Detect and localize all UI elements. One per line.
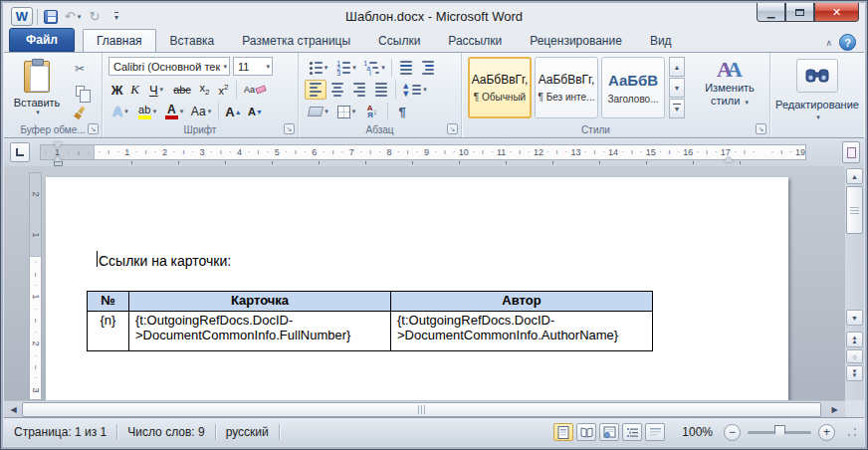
style-card-2[interactable]: АаБбВЗаголово... <box>601 57 665 118</box>
select-browse-object-button[interactable]: ○ <box>846 349 863 363</box>
zoom-percentage[interactable]: 100% <box>682 425 713 439</box>
justify-button[interactable] <box>370 80 392 100</box>
styles-more-button[interactable]: ▼ <box>669 99 685 118</box>
table-header-2[interactable]: Автор <box>391 292 653 312</box>
style-card-0[interactable]: АаБбВвГг,¶ Обычный <box>468 57 532 118</box>
highlight-button[interactable]: ab▾ <box>133 102 161 121</box>
horizontal-ruler[interactable]: ·1·ı· ·ı·1·ı·2·ı·3·ı·4·ı·5·ı·6·ı·7·ı·8·ı… <box>40 144 806 160</box>
tab-insert[interactable]: Вставка <box>156 29 229 52</box>
decrease-indent-button[interactable] <box>395 58 417 78</box>
shading-button[interactable]: ▾ <box>305 102 332 121</box>
change-case-button[interactable]: Аа▾ <box>187 102 215 121</box>
vertical-scroll-thumb[interactable] <box>846 186 863 234</box>
web-layout-view-button[interactable] <box>599 423 619 441</box>
document-page[interactable]: Ссылки на карточки: №КарточкаАвтор {n}{t… <box>46 177 788 400</box>
maximize-button[interactable] <box>785 3 814 22</box>
font-size-combo[interactable]: 11▾ <box>233 57 273 76</box>
draft-view-button[interactable] <box>645 423 665 441</box>
paragraph-separator3 <box>387 103 388 120</box>
multilevel-list-button[interactable]: 1ai▾ <box>360 58 388 78</box>
paste-button[interactable]: Вставить ▾ <box>10 57 64 132</box>
page-indicator[interactable]: Страница: 1 из 1 <box>4 418 116 446</box>
resize-grip[interactable] <box>846 426 858 438</box>
styles-scroll-down-button[interactable]: ▼ <box>669 78 685 98</box>
outline-view-button[interactable] <box>622 423 642 441</box>
find-button[interactable] <box>796 59 838 93</box>
horizontal-scrollbar[interactable]: ◀ ▶ <box>4 400 845 418</box>
change-styles-button[interactable]: АА Изменитьстили ▾ <box>693 57 766 134</box>
format-painter-button[interactable] <box>68 103 92 122</box>
strikethrough-button[interactable]: abc <box>169 80 195 100</box>
tab-references[interactable]: Ссылки <box>364 29 434 52</box>
bold-button[interactable]: Ж <box>108 80 126 100</box>
font-color-button[interactable]: А▾ <box>161 102 187 121</box>
scroll-up-button[interactable]: ▲ <box>846 168 863 184</box>
style-card-1[interactable]: АаБбВвГг,¶ Без инте... <box>535 57 598 118</box>
title-bar[interactable]: W ↶▾ ↻ ▾ Шаблон.docx - Microsoft Word ▁ … <box>4 3 864 29</box>
bullets-button[interactable]: ▾ <box>305 58 332 78</box>
tab-mailings[interactable]: Рассылки <box>434 29 516 52</box>
cut-button[interactable]: ✂ <box>68 59 92 79</box>
scroll-left-button[interactable]: ◀ <box>6 402 21 417</box>
zoom-slider-handle[interactable] <box>774 425 785 439</box>
grow-font-button[interactable]: А▲ <box>222 102 245 121</box>
underline-button[interactable]: Ч▾ <box>143 80 169 100</box>
align-right-button[interactable] <box>348 80 370 100</box>
shrink-font-button[interactable]: А▼ <box>245 102 266 121</box>
vertical-scrollbar[interactable]: ▲ ▼ ▲▲ ○ ▼▼ <box>845 166 864 400</box>
ruler-toggle-button[interactable] <box>842 141 860 163</box>
styles-scroll-up-button[interactable]: ▲ <box>669 57 685 77</box>
previous-page-button[interactable]: ▲▲ <box>846 332 863 347</box>
help-button[interactable]: ? <box>839 34 856 51</box>
numbering-button[interactable]: 123▾ <box>332 58 360 78</box>
superscript-button[interactable]: x2 <box>214 80 233 100</box>
ruler-tick: · <box>750 145 759 159</box>
close-button[interactable]: ✕ <box>814 3 859 22</box>
tab-home[interactable]: Главная <box>83 29 156 52</box>
minimize-button[interactable]: ▁ <box>757 3 785 22</box>
zoom-in-button[interactable]: + <box>818 424 835 441</box>
sort-button[interactable]: АЯ↓ <box>360 102 384 121</box>
table-cell-1[interactable]: {t:OutgoingRefDocs.DocID->DocumentCommon… <box>129 312 391 351</box>
print-layout-view-button[interactable] <box>553 423 573 441</box>
word-count[interactable]: Число слов: 9 <box>117 418 214 446</box>
next-page-button[interactable]: ▼▼ <box>846 365 863 381</box>
vertical-ruler[interactable]: 21 ·ı·1·ı·2·ı·3 <box>29 172 42 400</box>
subscript-button[interactable]: x2 <box>195 80 214 100</box>
align-left-button[interactable] <box>305 80 326 100</box>
horizontal-scroll-thumb[interactable] <box>22 402 821 417</box>
full-screen-reading-view-button[interactable] <box>576 423 596 441</box>
language-indicator[interactable]: русский <box>216 418 279 446</box>
increase-indent-button[interactable] <box>417 58 439 78</box>
table-cell-2[interactable]: {t:OutgoingRefDocs.DocID->DocumentCommon… <box>391 312 653 351</box>
tab-view[interactable]: Вид <box>636 29 686 52</box>
font-name-combo[interactable]: Calibri (Основной тек▾ <box>108 57 230 76</box>
italic-button[interactable]: К <box>126 80 143 100</box>
align-center-button[interactable] <box>326 80 348 100</box>
paragraph-text[interactable]: Ссылки на карточки: <box>99 253 231 269</box>
font-dialog-launcher[interactable]: ↘ <box>284 123 295 134</box>
line-spacing-button[interactable]: ▲▼▾ <box>399 80 429 100</box>
tab-review[interactable]: Рецензирование <box>516 29 636 52</box>
styles-dialog-launcher[interactable]: ↘ <box>756 123 766 134</box>
font-row-separator2 <box>218 103 219 120</box>
borders-button[interactable]: ▾ <box>332 102 360 121</box>
scroll-down-button[interactable]: ▼ <box>846 310 863 326</box>
table-header-1[interactable]: Карточка <box>129 292 391 312</box>
document-table[interactable]: №КарточкаАвтор {n}{t:OutgoingRefDocs.Doc… <box>87 291 653 351</box>
collapse-ribbon-icon[interactable]: ∧ <box>825 38 832 48</box>
tab-file[interactable]: Файл <box>9 28 75 52</box>
table-cell-0[interactable]: {n} <box>88 312 129 351</box>
scroll-right-button[interactable]: ▶ <box>827 402 842 417</box>
clipboard-dialog-launcher[interactable]: ↘ <box>88 123 99 134</box>
text-effects-button[interactable]: А▾ <box>108 102 133 121</box>
show-marks-button[interactable]: ¶ <box>391 102 413 121</box>
zoom-out-button[interactable]: − <box>724 424 741 441</box>
zoom-slider-track[interactable] <box>748 431 811 434</box>
copy-button[interactable] <box>68 81 92 101</box>
clear-formatting-button[interactable]: Аа <box>240 80 270 100</box>
table-header-0[interactable]: № <box>88 292 129 312</box>
tab-selector-button[interactable] <box>10 142 30 162</box>
tab-page-layout[interactable]: Разметка страницы <box>228 29 364 52</box>
vruler-tick: · <box>34 351 37 360</box>
